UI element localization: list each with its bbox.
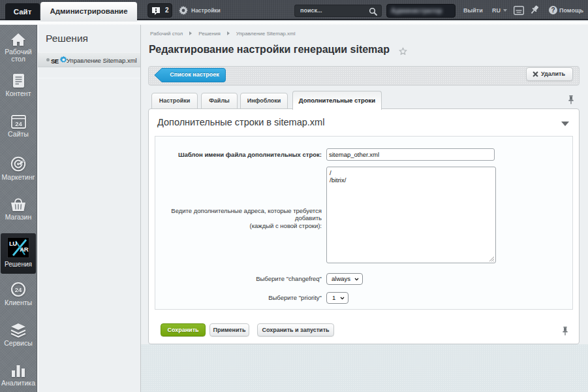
svg-text:24: 24 — [15, 120, 22, 127]
svg-text:24: 24 — [15, 286, 22, 293]
